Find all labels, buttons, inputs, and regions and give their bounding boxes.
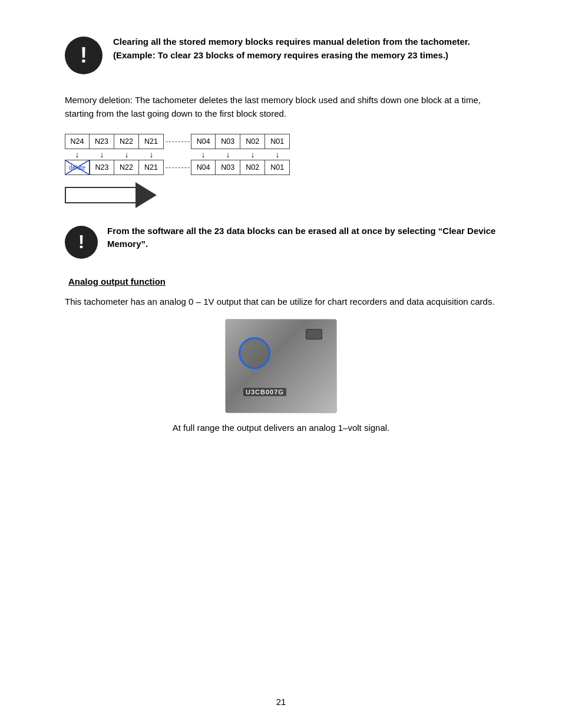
big-arrow-shaft [65, 187, 135, 203]
block-n02-r2: N02 [240, 160, 265, 175]
arr-n01: ↓ [265, 150, 290, 159]
arr-n23: ↓ [90, 150, 114, 159]
arrows-row: ↓ ↓ ↓ ↓ ↓ ↓ ↓ ↓ [65, 150, 497, 159]
block-n22-r1: N22 [114, 134, 139, 149]
block-n21-r2: N21 [139, 160, 164, 175]
block-n22-r2: N22 [114, 160, 139, 175]
block-n23-r1: N23 [90, 134, 114, 149]
block-n02-r1: N02 [240, 134, 265, 149]
big-arrow [65, 182, 157, 208]
memory-deletion-para: Memory deletion: The tachometer deletes … [65, 93, 497, 121]
warning-box-2: ! From the software all the 23 data bloc… [65, 225, 497, 259]
arr-n22: ↓ [114, 150, 139, 159]
block-n24: N24 [65, 134, 90, 149]
warning-icon-2: ! [65, 226, 98, 259]
warning-icon-1: ! [65, 37, 103, 74]
block-n21-r1: N21 [139, 134, 164, 149]
diagram-row-2: delete N23 N22 N21 - - - - - - - - N04 N… [65, 160, 497, 175]
warning-text-1: Clearing all the stored memory blocks re… [113, 35, 497, 62]
block-n23-r2: N23 [90, 160, 114, 175]
diagram-row-1: N24 N23 N22 N21 - - - - - - - - N04 N03 … [65, 134, 497, 149]
warning-box-1: ! Clearing all the stored memory blocks … [65, 35, 497, 74]
section-analog-output: Analog output function This tachometer h… [65, 276, 497, 433]
block-n04-r2: N04 [191, 160, 216, 175]
arr-n21: ↓ [139, 150, 164, 159]
device-image-inner: U3CB007G [226, 319, 336, 413]
arr-n24: ↓ [65, 150, 90, 159]
diagram-area: N24 N23 N22 N21 - - - - - - - - N04 N03 … [65, 134, 497, 208]
block-n04-r1: N04 [191, 134, 216, 149]
page-number: 21 [0, 697, 562, 707]
dashes-r1: - - - - - - - - [164, 137, 191, 146]
warning-text-2: From the software all the 23 data blocks… [107, 225, 497, 251]
image-caption: At full range the output delivers an ana… [65, 423, 497, 433]
big-arrow-row [65, 182, 497, 208]
big-arrow-head [135, 182, 157, 208]
block-n03-r1: N03 [216, 134, 240, 149]
device-label: U3CB007G [243, 388, 286, 396]
arr-n03: ↓ [216, 150, 240, 159]
section-para1: This tachometer has an analog 0 – 1V out… [65, 295, 497, 308]
block-n01-r1: N01 [265, 134, 290, 149]
block-n01-r2: N01 [265, 160, 290, 175]
device-port [306, 329, 322, 340]
device-image: U3CB007G [225, 319, 337, 413]
device-circle [239, 337, 270, 369]
dashes-r2: - - - - - - - - [164, 163, 191, 172]
block-n03-r2: N03 [216, 160, 240, 175]
block-delete: delete [65, 160, 90, 175]
delete-label: delete [69, 164, 86, 171]
page: ! Clearing all the stored memory blocks … [0, 0, 562, 728]
arr-n04: ↓ [191, 150, 216, 159]
arr-n02: ↓ [240, 150, 265, 159]
section-heading: Analog output function [68, 276, 497, 286]
